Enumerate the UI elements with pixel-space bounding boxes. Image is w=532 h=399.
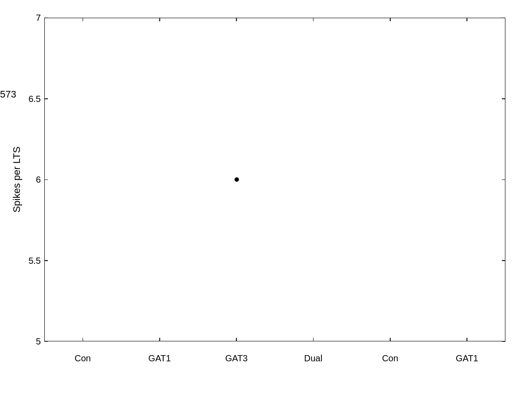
bottom-ticks-container <box>44 338 505 341</box>
annotation-573: 573 <box>0 89 16 100</box>
x-label-con2: Con <box>382 353 399 364</box>
y-axis-label: Spikes per LTS <box>8 18 26 341</box>
x-ticks-container: Con GAT1 GAT3 Dual Con GAT1 <box>44 341 505 364</box>
top-tick-con1 <box>82 18 83 21</box>
y-tick-6-5: 6.5 <box>28 94 41 104</box>
y-tick-mark-6-5 <box>44 98 48 99</box>
top-tick-gat1-1 <box>159 18 160 21</box>
bottom-tick-gat1-1 <box>159 338 160 341</box>
x-label-gat1-2: GAT1 <box>456 353 478 364</box>
x-label-gat1-1: GAT1 <box>149 353 171 364</box>
right-tick-mark-6 <box>502 179 505 180</box>
x-label-con1: Con <box>74 353 91 364</box>
x-label-gat3: GAT3 <box>225 353 248 364</box>
y-tick-7: 7 <box>36 13 41 23</box>
y-tick-5-5: 5.5 <box>28 255 41 266</box>
bottom-tick-con1 <box>82 338 83 341</box>
y-tick-mark-5-5 <box>44 260 48 261</box>
x-label-dual: Dual <box>304 353 322 364</box>
top-tick-con2 <box>390 18 391 21</box>
top-ticks-container <box>44 18 505 21</box>
bottom-tick-con2 <box>390 338 391 341</box>
chart-container: Spikes per LTS 5 5.5 6 6.5 7 573 <box>0 0 532 399</box>
bottom-tick-gat1-2 <box>467 338 468 341</box>
bottom-tick-dual <box>313 338 314 341</box>
y-ticks-container: 5 5.5 6 6.5 7 <box>26 18 44 341</box>
y-tick-5: 5 <box>36 336 41 347</box>
top-tick-dual <box>313 18 314 21</box>
chart-area <box>44 18 505 341</box>
right-tick-mark-6-5 <box>502 98 505 99</box>
y-tick-mark-6 <box>44 179 48 180</box>
right-tick-mark-5-5 <box>502 260 505 261</box>
bottom-tick-gat3 <box>236 338 237 341</box>
y-tick-6: 6 <box>36 175 41 185</box>
top-tick-gat1-2 <box>467 18 468 21</box>
data-point-gat3 <box>235 177 239 182</box>
top-tick-gat3 <box>236 18 237 21</box>
